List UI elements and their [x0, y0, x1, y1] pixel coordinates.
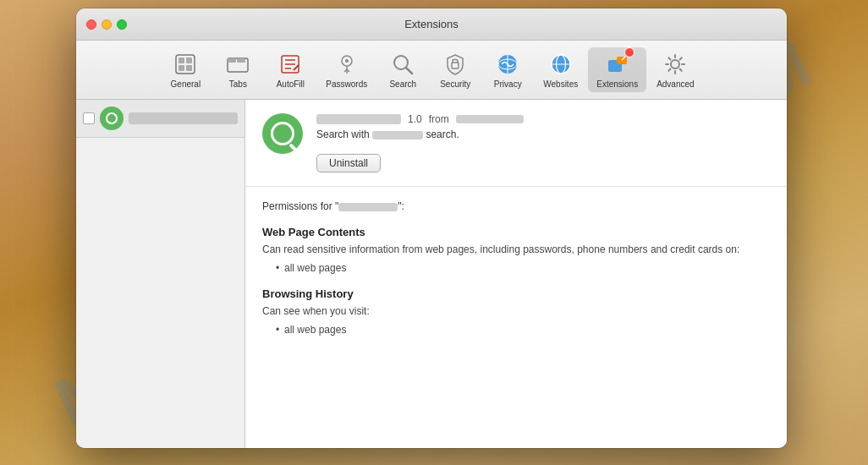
- svg-point-17: [345, 59, 349, 63]
- toolbar-label-privacy: Privacy: [494, 79, 522, 89]
- main-panel: 1.0 from Search with search. Uninstall P…: [245, 100, 787, 448]
- toolbar-item-privacy[interactable]: Privacy: [482, 47, 533, 92]
- titlebar: Extensions: [76, 8, 787, 41]
- toolbar-item-extensions[interactable]: Extensions: [588, 47, 646, 92]
- web-page-contents-item-0: all web pages: [276, 262, 770, 274]
- extension-icon-inner: [271, 122, 294, 145]
- tabs-icon: [224, 51, 251, 78]
- websites-icon: [547, 51, 574, 78]
- svg-rect-3: [179, 65, 184, 71]
- extension-version: 1.0: [408, 113, 422, 125]
- sidebar: [76, 100, 245, 448]
- sidebar-extension-name-blur: [129, 112, 238, 124]
- extension-name-blur: [316, 114, 401, 124]
- extensions-icon: [604, 51, 631, 78]
- extension-header: 1.0 from Search with search. Uninstall: [245, 100, 787, 187]
- sidebar-extension-checkbox[interactable]: [83, 112, 95, 124]
- extension-name-in-desc-blur: [372, 131, 423, 140]
- extension-icon-handle: [288, 143, 298, 152]
- toolbar-label-advanced: Advanced: [656, 79, 694, 89]
- svg-rect-2: [186, 57, 192, 63]
- toolbar-item-security[interactable]: Security: [430, 47, 481, 92]
- svg-rect-20: [452, 63, 459, 68]
- browsing-history-title: Browsing History: [262, 287, 770, 300]
- extensions-badge: [624, 47, 635, 57]
- toolbar-label-extensions: Extensions: [596, 79, 638, 89]
- window-buttons: [86, 19, 127, 30]
- permission-browsing-history: Browsing History Can see when you visit:…: [262, 287, 770, 336]
- minimize-button[interactable]: [102, 19, 112, 30]
- browsing-history-list: all web pages: [262, 324, 770, 336]
- svg-rect-6: [228, 58, 236, 63]
- toolbar-label-search: Search: [389, 79, 416, 89]
- web-page-contents-list: all web pages: [262, 262, 770, 274]
- toolbar-item-autofill[interactable]: AutoFill: [265, 47, 316, 92]
- extension-from-label: from: [429, 113, 449, 125]
- permissions-section: Permissions for "": Web Page Contents Ca…: [245, 187, 787, 363]
- general-icon: [172, 51, 199, 78]
- privacy-icon: [494, 51, 521, 78]
- autofill-icon: [277, 51, 304, 78]
- extension-name-row: 1.0 from: [316, 113, 770, 125]
- extension-info: 1.0 from Search with search. Uninstall: [316, 113, 770, 172]
- extension-source-blur: [456, 115, 524, 123]
- toolbar-label-security: Security: [440, 79, 470, 89]
- toolbar-item-websites[interactable]: Websites: [535, 47, 586, 92]
- extension-icon: [262, 113, 303, 154]
- toolbar-label-autofill: AutoFill: [277, 79, 305, 89]
- maximize-button[interactable]: [117, 19, 127, 30]
- toolbar-item-search[interactable]: Search: [377, 47, 428, 92]
- browsing-history-item-0: all web pages: [276, 324, 770, 336]
- toolbar-item-advanced[interactable]: Advanced: [648, 47, 702, 92]
- sidebar-header: [76, 100, 244, 138]
- window-title: Extensions: [404, 18, 459, 30]
- advanced-icon: [662, 51, 689, 78]
- svg-line-12: [294, 65, 299, 70]
- safari-extensions-window: Extensions General: [76, 8, 787, 448]
- uninstall-button[interactable]: Uninstall: [316, 154, 381, 172]
- web-page-contents-desc: Can read sensitive information from web …: [262, 242, 770, 257]
- toolbar-label-general: General: [171, 79, 201, 89]
- content-area: 1.0 from Search with search. Uninstall P…: [76, 100, 787, 448]
- web-page-contents-title: Web Page Contents: [262, 226, 770, 238]
- toolbar: General Tabs A: [76, 41, 787, 100]
- svg-rect-4: [186, 65, 192, 71]
- passwords-icon: [333, 51, 360, 78]
- svg-rect-1: [179, 57, 184, 63]
- toolbar-item-general[interactable]: General: [160, 47, 211, 92]
- search-icon: [389, 51, 416, 78]
- toolbar-item-tabs[interactable]: Tabs: [212, 47, 263, 92]
- browsing-history-desc: Can see when you visit:: [262, 304, 770, 319]
- toolbar-label-websites: Websites: [543, 79, 578, 89]
- toolbar-item-passwords[interactable]: Passwords: [317, 47, 376, 92]
- sidebar-extension-icon: [100, 107, 124, 130]
- svg-rect-7: [237, 58, 245, 63]
- permissions-ext-name-blur: [338, 203, 398, 211]
- close-button[interactable]: [86, 19, 96, 30]
- security-icon: [442, 51, 469, 78]
- extension-description: Search with search.: [316, 129, 770, 140]
- permission-web-page-contents: Web Page Contents Can read sensitive inf…: [262, 226, 770, 274]
- svg-point-30: [671, 60, 679, 68]
- permissions-title: Permissions for "":: [262, 200, 770, 212]
- svg-line-19: [406, 68, 412, 74]
- toolbar-label-passwords: Passwords: [326, 79, 367, 89]
- toolbar-label-tabs: Tabs: [229, 79, 247, 89]
